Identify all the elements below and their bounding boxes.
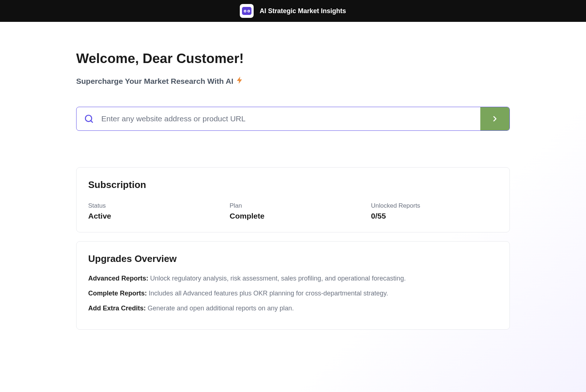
search-icon-box	[77, 107, 101, 130]
stat-status: Status Active	[88, 202, 215, 220]
upgrade-desc: Generate and open additional reports on …	[146, 305, 294, 312]
search-section	[76, 107, 510, 131]
upgrades-title: Upgrades Overview	[88, 253, 498, 264]
chevron-right-icon	[491, 114, 499, 123]
subtitle-text: Supercharge Your Market Research With AI	[76, 77, 233, 86]
stat-plan: Plan Complete	[230, 202, 356, 220]
stat-reports: Unlocked Reports 0/55	[371, 202, 498, 220]
search-icon	[84, 114, 94, 124]
plan-label: Plan	[230, 202, 356, 209]
search-input[interactable]	[101, 107, 480, 130]
upgrade-item: Complete Reports: Includes all Advanced …	[88, 288, 498, 299]
plan-value: Complete	[230, 212, 356, 220]
reports-label: Unlocked Reports	[371, 202, 498, 209]
upgrades-card: Upgrades Overview Advanced Reports: Unlo…	[76, 241, 510, 330]
upgrade-item: Add Extra Credits: Generate and open add…	[88, 303, 498, 314]
status-value: Active	[88, 212, 215, 220]
svg-line-1	[91, 121, 93, 122]
app-logo	[240, 4, 254, 18]
app-title: AI Strategic Market Insights	[259, 7, 346, 15]
upgrade-label: Complete Reports:	[88, 290, 147, 297]
upgrade-desc: Includes all Advanced features plus OKR …	[147, 290, 388, 297]
upgrade-label: Advanced Reports:	[88, 275, 148, 282]
welcome-heading: Welcome, Dear Customer!	[76, 51, 510, 66]
subscription-card: Subscription Status Active Plan Complete…	[76, 167, 510, 232]
bolt-icon	[237, 77, 243, 86]
upgrade-desc: Unlock regulatory analysis, risk assessm…	[148, 275, 406, 282]
search-container	[76, 107, 510, 131]
reports-value: 0/55	[371, 212, 498, 220]
subscription-stats: Status Active Plan Complete Unlocked Rep…	[88, 202, 498, 220]
status-label: Status	[88, 202, 215, 209]
main-content: Welcome, Dear Customer! Supercharge Your…	[76, 22, 510, 353]
upgrade-item: Advanced Reports: Unlock regulatory anal…	[88, 273, 498, 284]
welcome-subtitle: Supercharge Your Market Research With AI	[76, 77, 510, 86]
search-submit-button[interactable]	[480, 107, 509, 130]
app-header: AI Strategic Market Insights	[0, 0, 586, 22]
subscription-title: Subscription	[88, 179, 498, 191]
upgrade-label: Add Extra Credits:	[88, 305, 146, 312]
